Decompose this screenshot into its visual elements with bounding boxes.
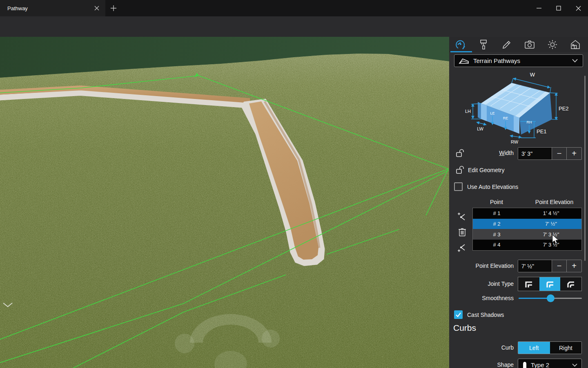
- camera-icon: [524, 40, 535, 49]
- svg-text:RH: RH: [527, 120, 532, 124]
- joint-type-label: Joint Type: [461, 280, 514, 287]
- use-auto-elevations-label: Use Auto Elevations: [467, 184, 518, 190]
- point-number: # 4: [473, 242, 521, 248]
- curb-shape-dropdown[interactable]: Type 2: [518, 359, 582, 368]
- point-number: # 2: [473, 221, 521, 227]
- edit-geometry-label[interactable]: Edit Geometry: [468, 167, 504, 173]
- sun-icon: [547, 39, 558, 50]
- paintbrush-icon: [479, 39, 489, 50]
- tab-building[interactable]: [566, 38, 584, 51]
- curb-label: Curb: [461, 344, 514, 351]
- chevron-down-icon: [572, 59, 578, 63]
- table-row-hovered[interactable]: # 3 7' 3 ½": [473, 229, 581, 240]
- joint-bevel-button[interactable]: [560, 277, 581, 291]
- point-elevation-stepper: 7' ½" − +: [518, 260, 582, 272]
- minimize-button[interactable]: [529, 0, 549, 16]
- curb-profile-icon: [522, 361, 528, 368]
- point-elevation-increase-button[interactable]: +: [567, 260, 581, 272]
- add-point-after-button[interactable]: [457, 211, 468, 222]
- width-decrease-button[interactable]: −: [552, 148, 567, 159]
- svg-text:LH: LH: [465, 109, 471, 114]
- minimize-icon: [537, 6, 541, 11]
- point-elevation-input[interactable]: 7' ½": [518, 260, 552, 272]
- point-number: # 3: [473, 231, 521, 238]
- joint-type-group: [518, 277, 582, 291]
- 3d-viewport[interactable]: [0, 37, 449, 368]
- curb-shape-value: Type 2: [531, 361, 572, 368]
- house-icon: [570, 39, 581, 50]
- cast-shadows-label: Cast Shadows: [467, 312, 504, 318]
- tab-camera[interactable]: [521, 38, 539, 51]
- svg-text:W: W: [530, 72, 535, 78]
- object-type-selector[interactable]: Terrain Pathways: [454, 54, 583, 67]
- svg-text:RE: RE: [503, 116, 508, 120]
- add-point-before-button[interactable]: [457, 242, 468, 254]
- table-row-selected[interactable]: # 2 7' ½": [473, 219, 581, 229]
- use-auto-elevations-checkbox[interactable]: [454, 182, 463, 191]
- mouse-cursor: [552, 235, 561, 245]
- joint-round-icon: [545, 279, 555, 289]
- shape-label: Shape: [461, 361, 514, 368]
- object-type-value: Terrain Pathways: [473, 57, 572, 64]
- add-vertex-icon: [457, 212, 467, 222]
- main-toolbar: ↶ ↷: [0, 16, 588, 37]
- maximize-icon: [556, 6, 561, 11]
- inspector-tab-row: [449, 37, 588, 52]
- points-table: # 1 1' 4 ½" # 2 7' ½" # 3 7' 3 ½" # 4 7'…: [472, 208, 582, 251]
- width-label: Width: [461, 150, 514, 156]
- points-header-point: Point: [472, 199, 521, 205]
- caliper-icon: [455, 39, 467, 50]
- point-elevation-value: 1' 4 ½": [521, 210, 581, 216]
- table-row[interactable]: # 1 1' 4 ½": [473, 208, 581, 219]
- close-window-button[interactable]: [568, 0, 588, 16]
- tab-dimensions[interactable]: [452, 38, 470, 51]
- table-row[interactable]: # 4 7' 3 ½": [473, 240, 581, 250]
- pencil-icon: [501, 39, 512, 50]
- curb-left-option[interactable]: Left: [518, 342, 550, 354]
- maximize-button[interactable]: [549, 0, 568, 16]
- terrain-pathway-icon: [459, 57, 469, 65]
- titlebar: Pathway: [0, 0, 588, 16]
- check-icon: [455, 311, 462, 318]
- point-number: # 1: [473, 210, 521, 216]
- width-input[interactable]: 3' 3": [518, 148, 552, 159]
- svg-text:RW: RW: [511, 139, 519, 144]
- tab-materials[interactable]: [475, 38, 493, 51]
- width-increase-button[interactable]: +: [567, 148, 581, 159]
- smoothness-label: Smoothness: [461, 295, 514, 301]
- document-tab[interactable]: Pathway: [0, 0, 105, 16]
- edit-geometry-lock-icon[interactable]: [456, 165, 466, 175]
- joint-miter-icon: [524, 279, 534, 289]
- close-icon: [94, 6, 99, 11]
- point-elevation-value: 7' ½": [521, 221, 581, 227]
- chevron-down-icon: [572, 364, 577, 367]
- svg-text:PE2: PE2: [559, 105, 569, 112]
- inspector-panel: Terrain Pathways: [449, 37, 588, 368]
- tab-light[interactable]: [543, 38, 561, 51]
- slider-knob[interactable]: [547, 294, 555, 302]
- delete-point-button[interactable]: [457, 227, 468, 238]
- point-elevation-decrease-button[interactable]: −: [552, 260, 567, 272]
- width-stepper: 3' 3" − +: [518, 147, 582, 160]
- new-tab-button[interactable]: [107, 2, 120, 14]
- point-elevation-label: Point Elevation: [461, 263, 514, 269]
- svg-text:LE: LE: [490, 111, 494, 115]
- joint-round-button[interactable]: [539, 277, 561, 291]
- svg-text:PE1: PE1: [537, 128, 547, 135]
- close-tab-button[interactable]: [91, 2, 103, 14]
- panel-scrollbar[interactable]: [584, 76, 586, 261]
- pathway-dimension-diagram: W PE2 PE1 LH LW RW LE RE RH: [449, 70, 588, 147]
- trash-icon: [458, 228, 466, 237]
- tab-dimensions-active-underline: [450, 51, 472, 52]
- joint-bevel-icon: [566, 279, 576, 289]
- cast-shadows-checkbox[interactable]: [454, 310, 463, 319]
- curb-right-option[interactable]: Right: [550, 342, 582, 354]
- tab-edit[interactable]: [498, 38, 516, 51]
- add-vertex-icon: [457, 243, 467, 253]
- point-elevation-value: 7' 3 ½": [521, 242, 581, 248]
- joint-miter-button[interactable]: [518, 277, 539, 291]
- plus-icon: [111, 5, 116, 11]
- smoothness-slider[interactable]: [519, 294, 582, 303]
- curbs-heading: Curbs: [453, 323, 476, 333]
- tab-title: Pathway: [7, 5, 91, 11]
